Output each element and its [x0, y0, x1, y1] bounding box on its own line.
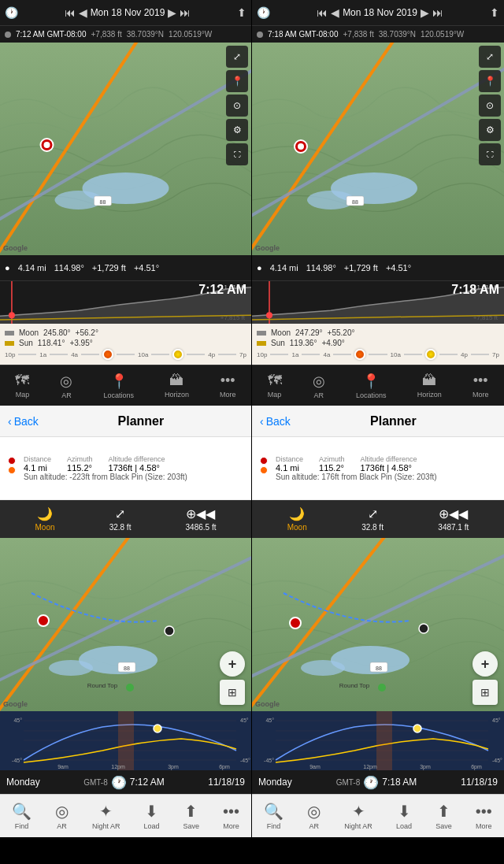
left-moon-mode[interactable]: 🌙 Moon [35, 506, 55, 532]
left-more-label: More [220, 391, 236, 399]
left-nav-more[interactable]: ••• More [220, 373, 236, 399]
left-nav-ar[interactable]: ◎ AR [60, 373, 72, 399]
right-app-ar[interactable]: ◎ AR [307, 802, 321, 830]
left-pin-red [8, 457, 16, 465]
left-status-time-block: GMT-8 🕐 7:12 AM [83, 775, 165, 790]
svg-text:12pm: 12pm [363, 764, 377, 770]
right-coords-time: 7:18 AM GMT-08:00 [268, 30, 339, 39]
right-zoom-in[interactable]: + [472, 651, 498, 677]
right-nav-map[interactable]: 🗺 Map [268, 373, 282, 399]
right-back-btn[interactable]: ‹ Back [260, 415, 291, 428]
right-planner-google: Google [255, 700, 280, 708]
left-nav-map[interactable]: 🗺 Map [15, 373, 29, 399]
right-layers-btn[interactable]: ⊞ [472, 680, 498, 705]
right-nav-more[interactable]: ••• More [472, 373, 489, 399]
left-sun-elev: +3.95° [69, 339, 92, 347]
left-moon-icon: 🌙 [37, 506, 53, 521]
right-planner-map[interactable]: 88 Round Top + ⊞ Google [252, 538, 504, 711]
right-adjust-btn[interactable]: ⚙ [479, 119, 501, 141]
right-first-btn[interactable]: ⏮ [317, 6, 328, 19]
left-share-icon[interactable]: ⬆ [237, 6, 246, 19]
right-sun-dot[interactable] [425, 349, 436, 360]
right-share-icon[interactable]: ⬆ [490, 6, 499, 19]
right-app-load[interactable]: ⬇ Load [396, 802, 412, 830]
right-circle-btn[interactable]: ⊙ [479, 95, 501, 117]
left-status-day: Monday [6, 777, 40, 788]
right-last-btn[interactable]: ⏭ [432, 6, 443, 19]
left-expand-mode-icon: ⤢ [115, 506, 125, 521]
right-app-save[interactable]: ⬆ Save [435, 802, 452, 830]
right-fullscreen-btn[interactable]: ⛶ [479, 143, 501, 165]
left-chart-svg: 9am 12pm 3pm 6pm 45° -45° 45° -45° [0, 711, 251, 770]
left-ft-label: 32.8 ft [109, 523, 132, 532]
left-first-btn[interactable]: ⏮ [65, 6, 76, 19]
right-moon-dot[interactable] [354, 349, 365, 360]
right-app-find[interactable]: 🔍 Find [264, 802, 284, 830]
left-celestial-row: Moon 245.80° +56.2° Sun 118.41° +3.95° 1… [0, 324, 251, 365]
left-zoom-in[interactable]: + [220, 651, 245, 677]
right-load-label: Load [396, 822, 412, 830]
right-nav-locations[interactable]: 📍 Locations [356, 373, 387, 399]
left-moon-label: Moon [19, 328, 39, 337]
svg-rect-16 [0, 538, 251, 711]
left-last-btn[interactable]: ⏭ [180, 6, 191, 19]
left-layers-btn[interactable]: ⊞ [220, 680, 245, 705]
right-bearing: 114.98° [306, 263, 336, 273]
left-app-nightar[interactable]: ✦ Night AR [92, 802, 120, 830]
right-app-nightar[interactable]: ✦ Night AR [344, 802, 372, 830]
svg-point-6 [44, 142, 50, 148]
left-app-save[interactable]: ⬆ Save [183, 802, 199, 830]
right-app-more-icon: ••• [476, 803, 492, 821]
right-panel: 🕐 ⏮ ◀ Mon 18 Nov 2019 ▶ ⏭ ⬆ 7:18 AM GMT-… [252, 0, 504, 837]
right-planner-title: Planner [291, 414, 496, 428]
left-app-ar[interactable]: ◎ AR [55, 802, 69, 830]
right-expand-btn[interactable]: ⤢ [479, 46, 501, 68]
left-circle-btn[interactable]: ⊙ [226, 95, 248, 117]
left-sun-dot[interactable] [172, 349, 183, 360]
right-next-btn[interactable]: ▶ [421, 6, 429, 19]
left-moon-dot[interactable] [102, 349, 113, 360]
left-planner-map-svg: 88 Round Top [0, 538, 251, 711]
left-next-btn[interactable]: ▶ [168, 6, 176, 19]
right-expand-mode[interactable]: ⤢ 32.8 ft [361, 506, 384, 532]
left-clock-icon[interactable]: 🕐 [5, 6, 18, 19]
right-nav-horizon[interactable]: 🏔 Horizon [417, 373, 442, 399]
left-ar-label: AR [61, 391, 72, 399]
right-detail-alt: Altitude difference 1736ft | 4.58° [361, 455, 417, 473]
left-locations-icon: 📍 [110, 373, 128, 390]
left-date: Mon 18 Nov 2019 [91, 7, 165, 18]
right-video-mode[interactable]: ⊕◀◀ 3487.1 ft [438, 506, 469, 532]
left-app-load[interactable]: ⬇ Load [143, 802, 159, 830]
svg-point-49 [298, 143, 304, 150]
left-prev-btn[interactable]: ◀ [79, 6, 87, 19]
left-adjust-btn[interactable]: ⚙ [226, 119, 248, 141]
left-pin-orange [8, 466, 16, 474]
left-status-bottom: Monday GMT-8 🕐 7:12 AM 11/18/19 [0, 770, 251, 794]
right-planner-details: Distance 4.1 mi Azimuth 115.2° Altitude … [252, 437, 504, 500]
right-moon-mode[interactable]: 🌙 Moon [287, 506, 307, 532]
left-map[interactable]: 88 Round Top ⤢ 📍 ⊙ ⚙ ⛶ Google [0, 43, 251, 255]
left-fullscreen-btn[interactable]: ⛶ [226, 143, 248, 165]
left-expand-mode[interactable]: ⤢ 32.8 ft [109, 506, 132, 532]
left-expand-btn[interactable]: ⤢ [226, 46, 248, 68]
right-horizon-icon: 🏔 [422, 373, 436, 389]
left-load-icon: ⬇ [145, 802, 158, 821]
right-prev-btn[interactable]: ◀ [331, 6, 339, 19]
left-planner-map[interactable]: 88 Round Top + ⊞ Google [0, 538, 251, 711]
left-bottom-nav: 🗺 Map ◎ AR 📍 Locations 🏔 Horizon ••• [0, 365, 251, 406]
right-pin-btn[interactable]: 📍 [479, 70, 501, 92]
left-nav-horizon[interactable]: 🏔 Horizon [165, 373, 189, 399]
right-map[interactable]: 88 Round Top ⤢ 📍 ⊙ ⚙ ⛶ Google [252, 43, 504, 255]
left-back-btn[interactable]: ‹ Back [8, 415, 39, 428]
left-pin-btn[interactable]: 📍 [226, 70, 248, 92]
right-detail-az: Azimuth 115.2° [319, 455, 345, 473]
left-video-mode[interactable]: ⊕◀◀ 3486.5 ft [186, 506, 217, 532]
left-nav-locations[interactable]: 📍 Locations [103, 373, 134, 399]
left-app-more-label: More [223, 822, 239, 830]
left-app-find[interactable]: 🔍 Find [12, 802, 32, 830]
right-nav-ar[interactable]: ◎ AR [313, 373, 325, 399]
right-clock-icon[interactable]: 🕐 [257, 6, 270, 19]
left-app-more[interactable]: ••• More [223, 803, 239, 830]
left-status-time: 7:12 AM [130, 777, 165, 788]
right-app-more[interactable]: ••• More [476, 803, 492, 830]
